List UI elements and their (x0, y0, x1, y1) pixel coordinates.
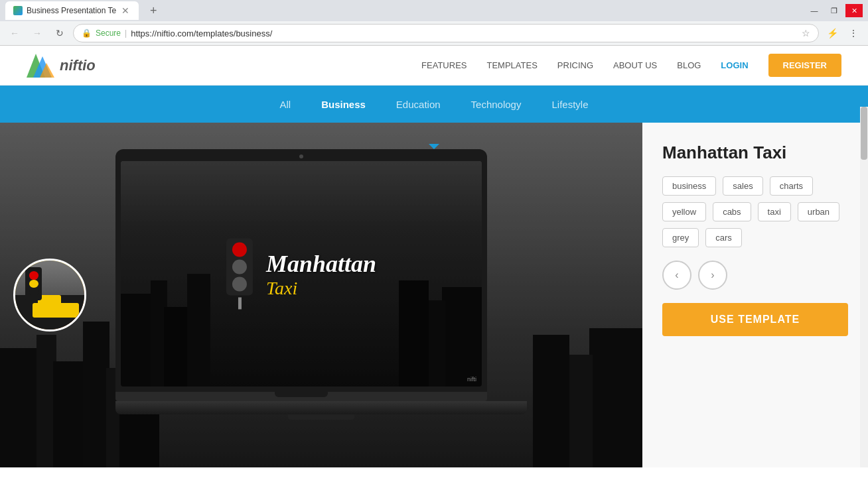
scrollbar-thumb[interactable] (861, 107, 867, 160)
tag-sales[interactable]: sales (723, 176, 762, 196)
tab-close-button[interactable]: ✕ (120, 5, 131, 16)
filter-all[interactable]: All (274, 96, 296, 113)
laptop-notch (275, 392, 328, 397)
traffic-light-post (238, 298, 241, 310)
bookmark-star-icon[interactable]: ☆ (802, 28, 810, 38)
title-bar: Business Presentation Te ✕ + — ❐ ✕ (0, 0, 868, 21)
security-lock-icon: 🔒 (82, 29, 92, 38)
toolbar-icons: ⚡ ⋮ (823, 24, 863, 42)
laptop-screen: Manhattan Taxi nifti (121, 161, 482, 387)
tag-urban[interactable]: urban (798, 202, 839, 221)
scrollbar[interactable] (860, 107, 868, 467)
taxi-text: Taxi (266, 277, 376, 298)
secure-label: Secure (96, 29, 121, 38)
nav-blog[interactable]: BLOG (677, 60, 701, 70)
logo[interactable]: niftio (27, 54, 96, 78)
use-template-button[interactable]: USE TEMPLATE (662, 303, 848, 336)
nav-links: FEATURES TEMPLATES PRICING ABOUT US BLOG… (421, 54, 841, 77)
register-button[interactable]: REGISTER (768, 54, 841, 77)
template-thumbnail (13, 259, 86, 331)
traffic-light-red (232, 243, 247, 257)
laptop-mockup: Manhattan Taxi nifti (115, 149, 527, 420)
browser-chrome: Business Presentation Te ✕ + — ❐ ✕ ← → ↻… (0, 0, 868, 46)
site-nav: niftio FEATURES TEMPLATES PRICING ABOUT … (0, 46, 868, 86)
browser-tab[interactable]: Business Presentation Te ✕ (5, 1, 139, 20)
filter-business[interactable]: Business (316, 96, 371, 113)
tag-charts[interactable]: charts (770, 176, 813, 196)
tag-taxi[interactable]: taxi (758, 202, 791, 221)
refresh-button[interactable]: ↻ (50, 24, 69, 42)
filter-bar: All Business Education Technology Lifest… (0, 86, 868, 123)
laptop-screen-wrapper: Manhattan Taxi nifti (115, 149, 487, 392)
login-button[interactable]: LOGIN (721, 60, 748, 70)
tag-business[interactable]: business (662, 176, 716, 196)
traffic-light-yellow (232, 260, 247, 274)
close-button[interactable]: ✕ (845, 4, 863, 17)
manhattan-text: Manhattan (266, 249, 376, 277)
laptop-bottom (115, 392, 487, 401)
site-content: niftio FEATURES TEMPLATES PRICING ABOUT … (0, 46, 868, 467)
new-tab-button[interactable]: + (144, 1, 163, 20)
minimize-button[interactable]: — (806, 4, 823, 17)
settings-button[interactable]: ⋮ (844, 24, 863, 42)
template-title: Manhattan Taxi (662, 143, 848, 163)
url-separator: | (125, 29, 127, 38)
address-bar[interactable]: 🔒 Secure | https://niftio.com/templates/… (73, 24, 819, 42)
thumbnail-inner (15, 261, 84, 330)
logo-text[interactable]: niftio (60, 57, 96, 74)
lightning-button[interactable]: ⚡ (823, 24, 841, 42)
screen-title: Manhattan Taxi (266, 249, 376, 298)
laptop-base (115, 401, 527, 414)
logo-icon (27, 54, 54, 78)
window-controls: — ❐ ✕ (806, 4, 863, 17)
laptop-stand (288, 414, 354, 420)
filter-education[interactable]: Education (391, 96, 446, 113)
filter-technology[interactable]: Technology (466, 96, 527, 113)
back-button[interactable]: ← (5, 24, 24, 42)
screen-template-content: Manhattan Taxi (226, 239, 376, 310)
info-panel: Manhattan Taxi business sales charts yel… (642, 123, 868, 467)
traffic-light-icon (226, 239, 253, 310)
filter-lifestyle[interactable]: Lifestyle (546, 96, 593, 113)
next-template-button[interactable]: › (698, 261, 727, 290)
preview-panel: Manhattan Taxi nifti (0, 123, 642, 467)
nav-about[interactable]: ABOUT US (613, 60, 657, 70)
tag-cabs[interactable]: cabs (713, 202, 751, 221)
tab-title: Business Presentation Te (27, 6, 116, 15)
tags-container: business sales charts yellow cabs taxi u… (662, 176, 848, 247)
main-area: Manhattan Taxi nifti Manhattan Taxi (0, 123, 868, 467)
tag-cars[interactable]: cars (705, 228, 742, 247)
url-text[interactable]: https://niftio.com/templates/business/ (131, 29, 798, 38)
nav-features[interactable]: FEATURES (421, 60, 467, 70)
restore-button[interactable]: ❐ (826, 4, 843, 17)
tag-grey[interactable]: grey (662, 228, 699, 247)
forward-button[interactable]: → (28, 24, 46, 42)
nav-pricing[interactable]: PRICING (557, 60, 593, 70)
nav-arrows: ‹ › (662, 261, 848, 290)
nav-templates[interactable]: TEMPLATES (487, 60, 538, 70)
dropdown-arrow-icon (429, 144, 439, 149)
tab-favicon (13, 6, 23, 15)
tag-yellow[interactable]: yellow (662, 202, 706, 221)
traffic-light-green (232, 277, 247, 292)
prev-template-button[interactable]: ‹ (662, 261, 691, 290)
address-bar-row: ← → ↻ 🔒 Secure | https://niftio.com/temp… (0, 21, 868, 45)
screen-watermark: nifti (467, 376, 476, 383)
